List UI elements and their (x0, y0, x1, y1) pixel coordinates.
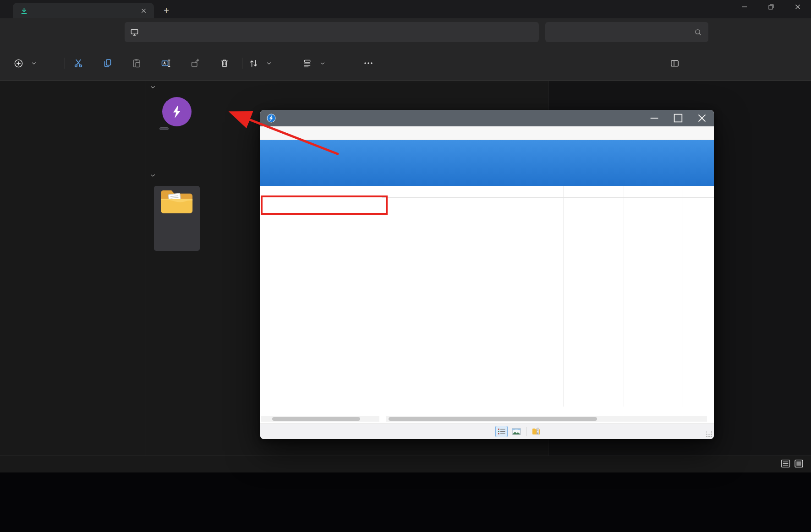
divider (354, 58, 354, 69)
image-view-toggle[interactable] (510, 426, 522, 437)
rar-file-item[interactable] (154, 97, 200, 132)
scrollbar-thumb[interactable] (272, 417, 360, 421)
bandizip-content (260, 186, 714, 423)
chevron-down-icon (32, 62, 36, 65)
zip-folder-icon (532, 428, 541, 435)
close-icon[interactable] (690, 110, 714, 126)
screenshot-stage: + (0, 0, 811, 532)
image-view-icon (512, 428, 521, 435)
explorer-tab-bar: + (0, 0, 811, 18)
horizontal-scrollbar[interactable] (386, 416, 707, 422)
view-button[interactable] (302, 54, 325, 72)
bandizip-title-bar[interactable] (260, 110, 714, 126)
divider (146, 81, 146, 456)
trash-icon (219, 58, 230, 68)
folder-icon (159, 189, 194, 216)
bandizip-menu-bar (260, 126, 714, 140)
folder-item-selected[interactable] (154, 186, 200, 251)
refresh-button[interactable] (98, 25, 113, 39)
archive-folder-toggle[interactable] (530, 426, 542, 437)
new-button[interactable] (14, 54, 36, 72)
view-toggles (781, 459, 804, 468)
monitor-icon (130, 28, 139, 37)
explorer-nav-bar (0, 18, 811, 46)
preview-icon (670, 59, 679, 68)
divider (65, 58, 65, 69)
new-tab-button[interactable]: + (159, 4, 173, 17)
preview-button[interactable] (670, 54, 684, 72)
rename-button[interactable] (157, 54, 175, 72)
chevron-down-icon (267, 62, 271, 65)
bandizip-toolbar (260, 140, 714, 186)
cut-button[interactable] (69, 54, 88, 72)
list-view-icon (497, 428, 506, 435)
explorer-window-controls (731, 0, 811, 14)
more-button[interactable] (359, 54, 378, 72)
divider (526, 427, 526, 436)
bandizip-logo-icon (267, 114, 276, 123)
chevron-down-icon (320, 62, 325, 65)
rename-icon (161, 58, 171, 68)
download-icon (20, 7, 28, 15)
copy-button[interactable] (99, 54, 117, 72)
tab-close-icon[interactable] (137, 5, 149, 16)
divider (242, 58, 242, 69)
bandizip-window (260, 110, 714, 439)
list-view-toggle[interactable] (495, 426, 508, 437)
explorer-sidebar (0, 81, 146, 456)
close-icon[interactable] (784, 0, 811, 14)
restore-icon[interactable] (758, 0, 784, 14)
list-header (382, 186, 714, 198)
horizontal-scrollbar[interactable] (261, 416, 379, 422)
chevron-down-icon (150, 86, 155, 89)
bandizip-status-bar (260, 423, 714, 439)
breadcrumb[interactable] (125, 22, 539, 42)
paste-icon (132, 58, 142, 68)
desktop-area (0, 472, 811, 532)
back-button[interactable] (10, 25, 26, 39)
column-divider (624, 186, 624, 407)
chevron-down-icon (150, 174, 155, 177)
share-icon (190, 58, 200, 68)
minimize-icon[interactable] (642, 110, 666, 126)
copy-icon (103, 58, 113, 68)
share-button[interactable] (186, 54, 204, 72)
up-button[interactable] (69, 25, 84, 39)
explorer-status-bar (0, 456, 811, 472)
resize-grip[interactable] (706, 431, 712, 437)
group-header-earlier[interactable] (150, 174, 159, 177)
details-view-icon[interactable] (781, 459, 790, 468)
paste-button[interactable] (127, 54, 146, 72)
explorer-command-bar (0, 46, 811, 81)
cut-icon (73, 58, 83, 68)
search-icon (694, 28, 702, 36)
minimize-icon[interactable] (731, 0, 758, 14)
search-input[interactable] (545, 22, 708, 42)
sort-button[interactable] (249, 54, 271, 72)
rar-badge (159, 127, 169, 130)
view-icon (302, 59, 312, 68)
bandizip-window-controls (642, 110, 714, 126)
column-divider (683, 186, 683, 407)
forward-button[interactable] (39, 25, 55, 39)
rar-file-icon (162, 97, 192, 126)
maximize-icon[interactable] (666, 110, 690, 126)
tab-downloads[interactable] (13, 3, 154, 18)
sort-icon (249, 59, 258, 68)
group-header-today[interactable] (150, 86, 159, 89)
divider (491, 427, 491, 436)
plus-circle-icon (14, 59, 23, 68)
more-icon (364, 62, 373, 65)
column-divider (563, 186, 564, 407)
archive-tree-panel (260, 186, 381, 423)
scrollbar-thumb[interactable] (389, 417, 597, 421)
archive-file-list (382, 186, 714, 423)
delete-button[interactable] (215, 54, 234, 72)
thumbnail-view-icon[interactable] (794, 459, 804, 468)
